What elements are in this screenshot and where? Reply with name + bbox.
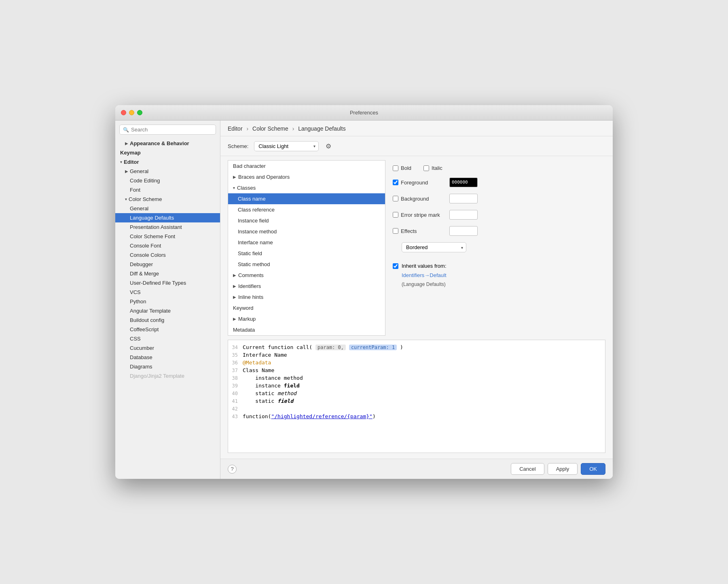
- sidebar-item-buildout[interactable]: Buildout config: [115, 315, 220, 325]
- maximize-button[interactable]: [137, 110, 142, 115]
- arrow-icon: ▶: [233, 295, 236, 299]
- effects-checkbox-label[interactable]: Effects: [393, 228, 445, 234]
- sidebar-item-console-font[interactable]: Console Font: [115, 241, 220, 250]
- foreground-checkbox-label[interactable]: Foreground: [393, 180, 445, 186]
- error-stripe-checkbox-label[interactable]: Error stripe mark: [393, 212, 445, 218]
- scheme-select[interactable]: Classic Light Default Darcula High Contr…: [254, 141, 319, 151]
- effects-color-swatch[interactable]: [449, 226, 478, 236]
- minimize-button[interactable]: [129, 110, 134, 115]
- code-line-42: 42: [228, 405, 605, 413]
- sidebar-item-cucumber[interactable]: Cucumber: [115, 343, 220, 353]
- background-checkbox-label[interactable]: Background: [393, 196, 445, 202]
- token-bad-char[interactable]: Bad character: [228, 161, 385, 171]
- code-content: Current function call( param: 0, current…: [243, 344, 605, 350]
- token-metadata[interactable]: Metadata: [228, 324, 385, 335]
- sidebar-item-font[interactable]: Font: [115, 185, 220, 195]
- token-markup[interactable]: ▶ Markup: [228, 313, 385, 324]
- arrow-icon: ▶: [233, 284, 236, 288]
- search-input[interactable]: [131, 127, 212, 133]
- scheme-select-wrapper: Classic Light Default Darcula High Contr…: [254, 141, 319, 151]
- breadcrumb-color-scheme: Color Scheme: [252, 125, 288, 132]
- gear-button[interactable]: ⚙: [323, 140, 334, 152]
- background-color-swatch[interactable]: [449, 194, 478, 203]
- line-num: 43: [228, 414, 243, 419]
- ok-button[interactable]: OK: [581, 463, 605, 475]
- bold-checkbox[interactable]: [393, 165, 398, 171]
- sidebar-item-cs-general[interactable]: General: [115, 204, 220, 213]
- sidebar-item-css[interactable]: CSS: [115, 334, 220, 343]
- sidebar-item-console-colors[interactable]: Console Colors: [115, 250, 220, 260]
- breadcrumb-editor: Editor: [228, 125, 243, 132]
- sidebar-item-diagrams[interactable]: Diagrams: [115, 362, 220, 371]
- sidebar-item-color-scheme[interactable]: ▾ Color Scheme: [115, 195, 220, 204]
- cancel-button[interactable]: Cancel: [511, 463, 544, 475]
- token-comments[interactable]: ▶ Comments: [228, 270, 385, 281]
- sidebar-item-database[interactable]: Database: [115, 353, 220, 362]
- breadcrumb: Editor › Color Scheme › Language Default…: [220, 121, 613, 136]
- foreground-checkbox[interactable]: [393, 180, 398, 185]
- sidebar-item-cs-font[interactable]: Color Scheme Font: [115, 232, 220, 241]
- sidebar-item-user-defined[interactable]: User-Defined File Types: [115, 278, 220, 288]
- search-box[interactable]: 🔍: [119, 125, 216, 135]
- sidebar-item-angular[interactable]: Angular Template: [115, 306, 220, 315]
- line-num: 34: [228, 345, 243, 350]
- error-stripe-color-swatch[interactable]: [449, 210, 478, 220]
- sidebar-item-diff-merge[interactable]: Diff & Merge: [115, 269, 220, 278]
- italic-label: Italic: [432, 165, 442, 171]
- sidebar-item-python[interactable]: Python: [115, 297, 220, 306]
- token-class-name[interactable]: Class name: [228, 193, 385, 204]
- sidebar-item-language-defaults[interactable]: Language Defaults: [115, 213, 220, 222]
- apply-button[interactable]: Apply: [548, 463, 578, 475]
- token-instance-field[interactable]: Instance field: [228, 215, 385, 226]
- inherit-link[interactable]: Identifiers→Default: [402, 272, 598, 278]
- line-num: 41: [228, 398, 243, 404]
- nav-label: Editor: [124, 159, 139, 165]
- token-identifiers[interactable]: ▶ Identifiers: [228, 281, 385, 292]
- sidebar-item-appearance[interactable]: ▶ Appearance & Behavior: [115, 139, 220, 148]
- sidebar-item-debugger[interactable]: Debugger: [115, 260, 220, 269]
- background-checkbox[interactable]: [393, 196, 398, 201]
- preview-pane: 34 Current function call( param: 0, curr…: [228, 340, 605, 453]
- token-instance-method[interactable]: Instance method: [228, 226, 385, 237]
- inherit-checkbox[interactable]: [393, 263, 398, 269]
- code-content: @Metadata: [243, 360, 605, 366]
- code-content: static field: [243, 398, 605, 404]
- arrow-icon: ▶: [233, 273, 236, 277]
- token-static-field[interactable]: Static field: [228, 248, 385, 259]
- breadcrumb-language-defaults: Language Defaults: [298, 125, 346, 132]
- sidebar-item-code-editing[interactable]: Code Editing: [115, 176, 220, 185]
- sidebar-item-coffeescript[interactable]: CoffeeScript: [115, 325, 220, 334]
- sidebar-item-presentation[interactable]: Presentation Assistant: [115, 222, 220, 232]
- code-line-36: 36 @Metadata: [228, 359, 605, 366]
- token-braces[interactable]: ▶ Braces and Operators: [228, 171, 385, 182]
- action-buttons: Cancel Apply OK: [511, 463, 605, 475]
- effects-label: Effects: [401, 228, 445, 234]
- token-interface-name[interactable]: Interface name: [228, 237, 385, 248]
- effects-select[interactable]: Bordered Underline Bold Underline Strike…: [402, 242, 466, 252]
- inherit-sub: (Language Defaults): [402, 281, 598, 287]
- sidebar-item-django[interactable]: Django/Jinja2 Template: [115, 371, 220, 381]
- line-num: 38: [228, 375, 243, 381]
- sidebar-item-general[interactable]: ▶ General: [115, 167, 220, 176]
- token-static-method[interactable]: Static method: [228, 259, 385, 270]
- titlebar: Preferences: [115, 105, 613, 121]
- italic-checkbox[interactable]: [423, 165, 429, 171]
- italic-checkbox-label[interactable]: Italic: [423, 165, 442, 171]
- effects-checkbox[interactable]: [393, 228, 398, 234]
- arrow-icon: ▶: [233, 175, 236, 179]
- help-button[interactable]: ?: [228, 465, 237, 474]
- sidebar-item-vcs[interactable]: VCS: [115, 288, 220, 297]
- close-button[interactable]: [121, 110, 126, 115]
- code-content: Class Name: [243, 367, 605, 373]
- token-keyword[interactable]: Keyword: [228, 303, 385, 313]
- sidebar-item-keymap[interactable]: Keymap: [115, 148, 220, 157]
- scheme-label: Scheme:: [228, 143, 248, 149]
- token-class-reference[interactable]: Class reference: [228, 204, 385, 215]
- bold-checkbox-label[interactable]: Bold: [393, 165, 411, 171]
- token-classes[interactable]: ▾ Classes: [228, 182, 385, 193]
- sidebar-item-editor[interactable]: ▾ Editor: [115, 157, 220, 167]
- error-stripe-checkbox[interactable]: [393, 212, 398, 218]
- token-inline-hints[interactable]: ▶ Inline hints: [228, 292, 385, 303]
- foreground-color-swatch[interactable]: 000000: [449, 178, 478, 187]
- window-title: Preferences: [350, 110, 378, 116]
